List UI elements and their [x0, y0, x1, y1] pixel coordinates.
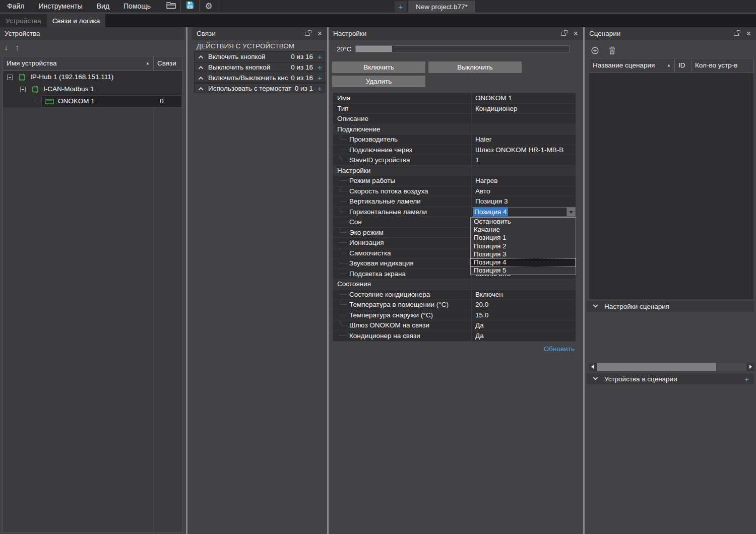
collapse-chevron-icon[interactable] [199, 55, 204, 60]
scenario-devices-section[interactable]: Устройства в сценарии + [587, 373, 754, 384]
property-value[interactable]: Позиция 4 [471, 207, 576, 217]
settings-button[interactable]: ⚙ [201, 0, 216, 13]
new-project-tab-button[interactable]: + [395, 1, 407, 12]
add-device-to-scenario-button[interactable]: + [744, 375, 749, 383]
property-value[interactable]: 15.0 [471, 310, 576, 320]
project-tab[interactable]: New project.b77* [408, 1, 475, 13]
refresh-link[interactable]: Обновить [544, 345, 575, 353]
property-label: Шлюз ONOKOM на связи [333, 320, 471, 330]
dropdown-option[interactable]: Позиция 5 [471, 266, 576, 275]
tree-row-ican-modbus[interactable]: I-CAN-Modbus 1 [3, 83, 182, 95]
move-up-button[interactable]: ↑ [15, 43, 19, 52]
collapse-expander[interactable] [7, 75, 13, 80]
panel-splitter[interactable] [583, 27, 585, 534]
property-value[interactable]: Кондиционер [471, 104, 576, 114]
delete-scenario-button[interactable] [609, 46, 615, 56]
add-link-button[interactable]: + [317, 52, 323, 61]
property-value[interactable] [471, 114, 576, 124]
column-header-scenario-name[interactable]: Название сценария ▲ [589, 58, 675, 72]
menu-item[interactable]: Помощь [116, 0, 158, 13]
scroll-right-button[interactable] [746, 363, 754, 371]
column-header-links[interactable]: Связи [154, 56, 182, 71]
property-value[interactable]: Да [471, 320, 576, 330]
panel-splitter[interactable] [186, 27, 187, 534]
property-row: Температура снаружи (°C)15.0 [333, 310, 576, 321]
close-icon[interactable]: × [318, 30, 322, 38]
column-header-device-count[interactable]: Кол-во устр-в [691, 58, 753, 72]
column-header-id[interactable]: ID [675, 58, 691, 72]
open-folder-icon [166, 2, 176, 11]
temperature-label: 20°C [337, 45, 351, 53]
add-link-button[interactable]: + [317, 74, 323, 82]
menu-items: ФайлИнструментыВидПомощь [0, 0, 158, 13]
chevron-down-icon[interactable] [593, 302, 598, 307]
collapse-chevron-icon[interactable] [199, 76, 204, 81]
dropdown-option[interactable]: Качание [471, 226, 576, 234]
turn-on-button[interactable]: Включить [332, 61, 425, 73]
float-window-icon[interactable] [305, 32, 310, 36]
property-label: Горизонтальные ламели [333, 207, 471, 217]
property-label: Подсветка экрана [333, 269, 471, 279]
float-window-icon[interactable] [561, 32, 566, 36]
property-value[interactable]: Нагрев [471, 176, 576, 186]
action-row[interactable]: Включить/Выключить кнс0 из 16+ [194, 73, 325, 83]
chevron-down-icon[interactable] [593, 375, 598, 380]
combobox-dropdown-button[interactable] [566, 208, 575, 217]
column-header-device-name[interactable]: Имя устройства ▲ [3, 56, 154, 71]
scrollbar-thumb[interactable] [597, 363, 716, 371]
tree-row-onokom[interactable]: ONOKOM 1 0 [3, 95, 182, 107]
scrollbar-track[interactable] [716, 363, 746, 371]
property-value[interactable]: 1 [471, 155, 576, 165]
turn-off-button[interactable]: Выключить [428, 61, 522, 73]
action-label: Использовать с термостат [208, 85, 295, 92]
action-row[interactable]: Выключить кнопкой0 из 16+ [194, 62, 325, 72]
devices-table-header: Имя устройства ▲ Связи [3, 56, 182, 71]
action-row[interactable]: Включить кнопкой0 из 16+ [194, 51, 325, 61]
action-row[interactable]: Использовать с термостат0 из 1+ [194, 83, 325, 93]
panel-splitter[interactable] [327, 27, 329, 534]
collapse-chevron-icon[interactable] [199, 65, 204, 71]
property-value[interactable]: ONOKOM 1 [471, 93, 576, 103]
tree-row-label: I-CAN-Modbus 1 [43, 83, 94, 95]
property-value[interactable]: Позиция 3 [471, 196, 576, 207]
property-value[interactable]: Авто [471, 186, 576, 196]
tab-links-logic[interactable]: Связи и логика [47, 14, 106, 27]
delete-button[interactable]: Удалить [332, 76, 425, 87]
close-icon[interactable]: × [746, 30, 751, 38]
tree-row-ip-hub[interactable]: IP-Hub 1 (192.168.151.111) [3, 71, 182, 83]
menu-item[interactable]: Инструменты [31, 0, 89, 13]
dropdown-option[interactable]: Позиция 3 [471, 250, 576, 258]
add-link-button[interactable]: + [317, 63, 323, 72]
property-row: ТипКондиционер [333, 104, 576, 114]
scenario-settings-section[interactable]: Настройки сценария [587, 301, 754, 312]
collapse-chevron-icon[interactable] [199, 87, 204, 92]
tab-devices[interactable]: Устройства [0, 14, 47, 27]
float-window-icon[interactable] [734, 32, 739, 36]
horizontal-louvers-combobox[interactable]: Позиция 4 [472, 207, 576, 217]
dropdown-option[interactable]: Позиция 2 [471, 242, 576, 250]
collapse-expander[interactable] [20, 87, 26, 92]
add-link-button[interactable]: + [317, 84, 323, 93]
action-count: 0 из 16 [291, 74, 313, 82]
move-down-button[interactable]: ↓ [4, 43, 8, 52]
settings-panel: Настройки × 20°C Включить Выключить Удал… [329, 27, 583, 534]
dropdown-option[interactable]: Остановить [471, 218, 576, 226]
menu-item[interactable]: Вид [90, 0, 116, 13]
menu-item[interactable]: Файл [0, 0, 31, 13]
devices-table: Имя устройства ▲ Связи IP-Hub 1 (192.168… [3, 56, 183, 533]
scenarios-table-body [589, 73, 754, 300]
dropdown-option[interactable]: Позиция 1 [471, 234, 576, 242]
add-scenario-button[interactable] [591, 47, 599, 56]
property-value[interactable]: Шлюз ONOKOM HR-1-MB-B [471, 145, 576, 155]
close-icon[interactable]: × [574, 30, 578, 38]
open-project-button[interactable] [164, 0, 179, 13]
property-value[interactable]: Да [471, 331, 576, 342]
save-project-button[interactable] [182, 0, 198, 13]
property-label: Настройки [333, 166, 471, 176]
dropdown-option[interactable]: Позиция 4 [471, 258, 576, 266]
property-value[interactable]: 20.0 [471, 300, 576, 310]
property-value[interactable]: Включен [471, 290, 576, 300]
links-panel-title: Связи [197, 27, 216, 40]
property-value[interactable]: Haier [471, 135, 576, 145]
scroll-left-button[interactable] [589, 363, 597, 371]
